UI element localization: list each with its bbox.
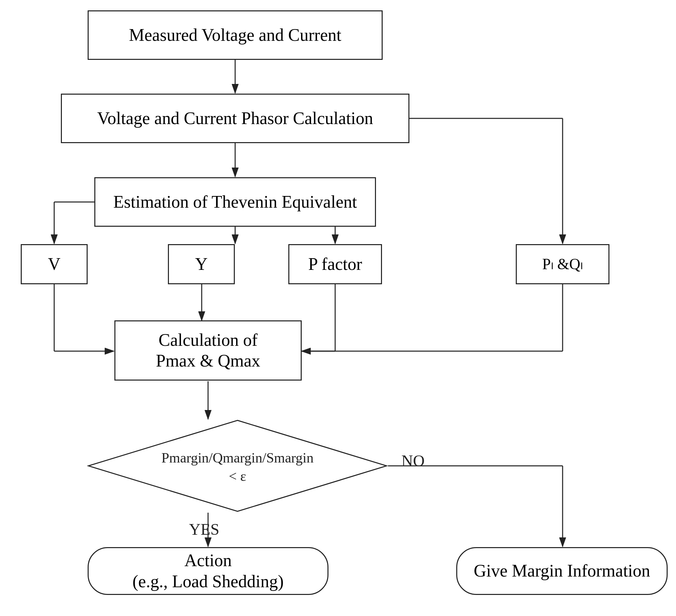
decision-diamond: Pmargin/Qmargin/Smargin < ε	[87, 419, 388, 513]
pfactor-box: P factor	[288, 244, 382, 284]
no-label: NO	[401, 451, 425, 470]
phasor-box: Voltage and Current Phasor Calculation	[61, 94, 409, 143]
y-label: Y	[195, 254, 208, 275]
diamond-svg: Pmargin/Qmargin/Smargin < ε	[87, 419, 388, 513]
v-box: V	[21, 244, 88, 284]
pmax-label: Calculation of Pmax & Qmax	[156, 330, 260, 372]
thevenin-label: Estimation of Thevenin Equivalent	[113, 191, 357, 212]
svg-marker-21	[88, 421, 387, 511]
flowchart: Measured Voltage and Current Voltage and…	[0, 0, 676, 616]
pfactor-label: P factor	[308, 254, 362, 275]
yes-label: YES	[189, 520, 219, 539]
margin-box: Give Margin Information	[456, 547, 668, 595]
action-label: Action (e.g., Load Shedding)	[132, 550, 284, 592]
y-box: Y	[168, 244, 235, 284]
pl-ql-label: Pₗ &Qₗ	[542, 255, 583, 273]
measured-box: Measured Voltage and Current	[88, 10, 383, 60]
connector-lines	[0, 0, 676, 616]
svg-text:< ε: < ε	[229, 468, 246, 484]
pmax-box: Calculation of Pmax & Qmax	[114, 320, 302, 381]
thevenin-box: Estimation of Thevenin Equivalent	[94, 177, 376, 227]
phasor-label: Voltage and Current Phasor Calculation	[97, 108, 373, 129]
margin-label: Give Margin Information	[473, 560, 650, 581]
action-box: Action (e.g., Load Shedding)	[88, 547, 329, 595]
v-label: V	[48, 254, 61, 275]
pl-ql-box: Pₗ &Qₗ	[516, 244, 609, 284]
measured-label: Measured Voltage and Current	[129, 25, 341, 46]
svg-text:Pmargin/Qmargin/Smargin: Pmargin/Qmargin/Smargin	[161, 450, 314, 465]
